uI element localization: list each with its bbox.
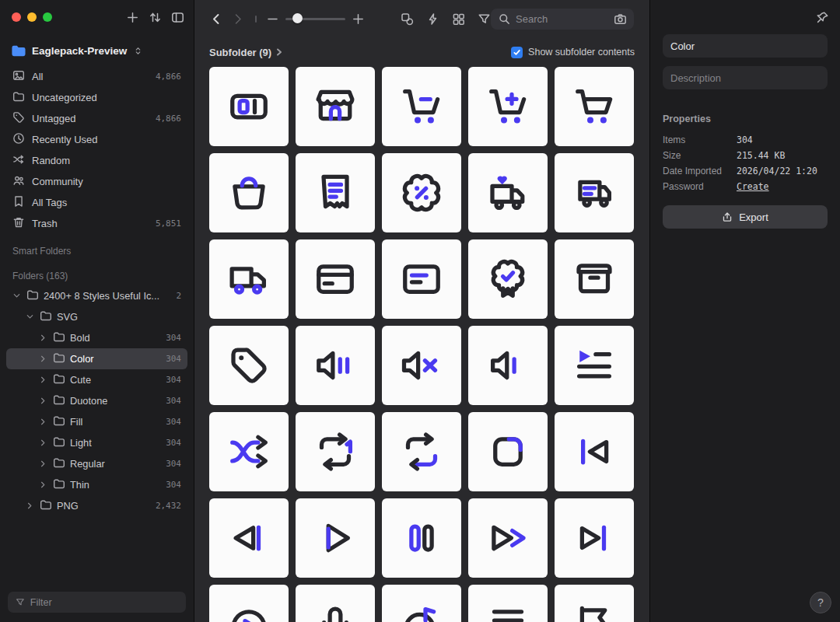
disclosure-icon[interactable] xyxy=(39,355,48,363)
name-field[interactable] xyxy=(663,34,828,58)
password-create-link[interactable]: Create xyxy=(737,181,769,192)
sidebar-item-all[interactable]: All4,866 xyxy=(6,66,187,87)
icon-card-music-lines[interactable] xyxy=(468,585,548,622)
folder-png[interactable]: PNG2,432 xyxy=(6,495,187,516)
zoom-slider[interactable] xyxy=(285,13,345,24)
icon-card-gift-truck[interactable] xyxy=(468,153,548,232)
folder-2400-8-styles-useful-ic[interactable]: 2400+ 8 Styles Useful Ic...2 xyxy=(6,285,187,306)
icon-card-verified-badge[interactable] xyxy=(468,239,548,319)
icon-card-music-circle[interactable] xyxy=(382,585,461,622)
icon-card-pause[interactable] xyxy=(382,498,461,578)
icon-card-delivery-truck[interactable] xyxy=(209,239,289,319)
icon-card-flag[interactable] xyxy=(555,585,634,622)
icon-card-cart-plus[interactable] xyxy=(468,67,548,146)
icon-card-store[interactable] xyxy=(296,67,375,146)
filter-icon[interactable] xyxy=(478,12,491,26)
zoom-out-icon[interactable] xyxy=(266,12,279,26)
icon-card-shuffle[interactable] xyxy=(209,412,289,491)
description-input[interactable] xyxy=(670,72,820,84)
folder-light[interactable]: Light304 xyxy=(6,432,187,453)
sidebar-item-community[interactable]: Community xyxy=(6,171,187,192)
zoom-in-icon[interactable] xyxy=(352,12,365,26)
icon-card-repeat-one[interactable] xyxy=(296,412,375,491)
show-subfolder-checkbox[interactable] xyxy=(511,47,523,58)
zoom-slider-knob[interactable] xyxy=(292,13,303,23)
folder-thin[interactable]: Thin304 xyxy=(6,474,187,495)
search-input[interactable] xyxy=(516,13,609,25)
sidebar-item-uncategorized[interactable]: Uncategorized xyxy=(6,87,187,108)
icon-card-discount-badge[interactable] xyxy=(382,153,461,232)
disclosure-icon[interactable] xyxy=(39,460,48,468)
icon-card-tag[interactable] xyxy=(209,326,289,405)
sidebar-toggle-icon[interactable] xyxy=(171,11,184,24)
icon-card-ticket[interactable] xyxy=(209,67,289,146)
icon-card-skip-forward[interactable] xyxy=(555,498,634,578)
folder-duotone[interactable]: Duotone304 xyxy=(6,390,187,411)
lightning-icon[interactable] xyxy=(426,12,439,26)
disclosure-icon[interactable] xyxy=(12,292,22,300)
close-button[interactable] xyxy=(12,12,21,22)
icon-card-stop[interactable] xyxy=(468,412,548,491)
cart-minus-icon xyxy=(398,83,445,130)
minimize-button[interactable] xyxy=(27,12,37,22)
disclosure-icon[interactable] xyxy=(39,439,48,447)
sidebar-item-all-tags[interactable]: All Tags xyxy=(6,192,187,213)
shapes-icon[interactable] xyxy=(401,12,414,26)
description-field[interactable] xyxy=(663,66,828,89)
name-input[interactable] xyxy=(670,40,820,52)
icon-card-cart-minus[interactable] xyxy=(382,67,461,146)
pin-icon[interactable] xyxy=(816,11,829,24)
icon-card-play-circle[interactable] xyxy=(209,585,289,622)
folder-fill[interactable]: Fill304 xyxy=(6,411,187,432)
filter-bar[interactable] xyxy=(8,592,186,613)
disclosure-icon[interactable] xyxy=(39,376,48,384)
visual-search-camera-icon[interactable] xyxy=(614,12,627,26)
show-subfolder-toggle[interactable]: Show subfolder contents xyxy=(511,47,635,58)
search-box[interactable] xyxy=(491,9,634,30)
icon-card-repeat[interactable] xyxy=(382,412,461,491)
add-icon[interactable] xyxy=(126,11,139,24)
forward-icon[interactable] xyxy=(231,12,244,26)
icon-card-card-line[interactable] xyxy=(296,239,375,319)
icon-card-cart[interactable] xyxy=(555,67,634,146)
library-switcher[interactable]: Eaglepack-Preview xyxy=(11,44,183,58)
folder-count: 304 xyxy=(166,375,181,385)
disclosure-icon[interactable] xyxy=(39,480,48,489)
subfolder-disclosure[interactable]: Subfolder (9) xyxy=(209,47,283,58)
export-button[interactable]: Export xyxy=(663,205,828,229)
sidebar-item-trash[interactable]: Trash5,851 xyxy=(6,213,187,234)
folder-bold[interactable]: Bold304 xyxy=(6,327,187,348)
disclosure-icon[interactable] xyxy=(26,501,35,510)
sort-icon[interactable] xyxy=(149,11,162,24)
icon-card-fast-forward[interactable] xyxy=(468,498,548,578)
grid-layout-icon[interactable] xyxy=(452,12,465,26)
back-icon[interactable] xyxy=(210,12,223,26)
icon-card-volume-pause[interactable] xyxy=(296,326,375,405)
disclosure-icon[interactable] xyxy=(39,418,48,426)
help-button[interactable]: ? xyxy=(810,592,831,613)
disclosure-icon[interactable] xyxy=(39,334,48,342)
zoom-button[interactable] xyxy=(43,12,52,22)
icon-card-truck-lines[interactable] xyxy=(555,153,634,232)
sidebar-item-recently-used[interactable]: Recently Used xyxy=(6,129,187,150)
icon-card-volume-mute[interactable] xyxy=(382,326,461,405)
disclosure-icon[interactable] xyxy=(39,397,48,405)
folder-cute[interactable]: Cute304 xyxy=(6,369,187,390)
icon-card-playlist[interactable] xyxy=(555,326,634,405)
folder-color[interactable]: Color304 xyxy=(6,348,187,369)
icon-card-microphone[interactable] xyxy=(296,585,375,622)
icon-card-previous-track[interactable] xyxy=(209,498,289,578)
icon-card-skip-back[interactable] xyxy=(555,412,634,491)
icon-card-receipt[interactable] xyxy=(296,153,375,232)
folder-svg[interactable]: SVG xyxy=(6,306,187,327)
sidebar-item-untagged[interactable]: Untagged4,866 xyxy=(6,108,187,129)
icon-card-note-line[interactable] xyxy=(382,239,461,319)
icon-card-shopping-bag[interactable] xyxy=(209,153,289,232)
folder-regular[interactable]: Regular304 xyxy=(6,453,187,474)
icon-card-archive-box[interactable] xyxy=(555,239,634,319)
filter-input[interactable] xyxy=(30,597,178,608)
disclosure-icon[interactable] xyxy=(26,313,35,321)
icon-card-volume-bar[interactable] xyxy=(468,326,548,405)
icon-card-play[interactable] xyxy=(296,498,375,578)
sidebar-item-random[interactable]: Random xyxy=(6,150,187,171)
